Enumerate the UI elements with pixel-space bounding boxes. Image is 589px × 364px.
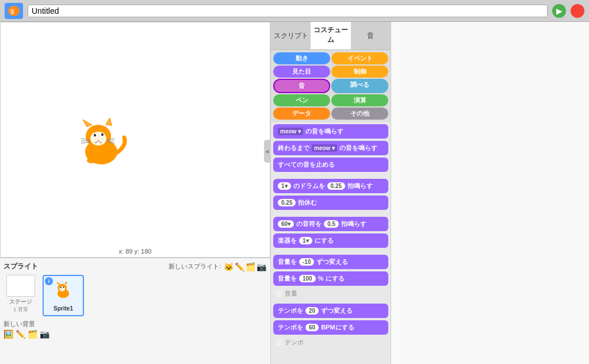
sprite-cat-thumbnail: [52, 280, 75, 305]
block-change-tempo-label2: ずつ変える: [321, 306, 353, 315]
block-tempo-variable: テンポ: [273, 337, 388, 348]
stage-thumbnail: ステージ 1 背景: [3, 275, 38, 316]
block-tempo-bpm-label: BPMにする: [321, 323, 354, 332]
tab-sound[interactable]: 音: [351, 22, 391, 49]
volume-label: 音量: [285, 289, 297, 298]
block-instrument-val[interactable]: 1▾: [299, 237, 312, 244]
block-drum[interactable]: 1▾ のドラムを 0.25 拍鳴らす: [273, 179, 388, 193]
block-change-tempo-label: テンポを: [278, 306, 303, 315]
separator3: [273, 250, 388, 255]
stage-thumb-box: [6, 275, 35, 297]
block-change-volume[interactable]: 音量を -10 ずつ変える: [273, 255, 388, 269]
green-flag-button[interactable]: ▶: [552, 4, 566, 18]
sprite1-name: Sprite1: [53, 305, 73, 312]
cat-operators[interactable]: 演算: [331, 94, 388, 106]
block-play-sound-until-done[interactable]: 終わるまで meow ▾ の音を鳴らす: [273, 141, 388, 155]
sprite-info-icon[interactable]: i: [45, 277, 53, 285]
scratch-logo: S: [5, 3, 23, 19]
block-note-beats[interactable]: 0.5: [324, 220, 339, 228]
block-play-sound-label: の音を鳴らす: [305, 127, 343, 136]
block-drum-beats[interactable]: 0.25: [327, 182, 345, 190]
backdrop-icon-row: 🖼️ ✏️ 🗂️ 📷: [3, 329, 267, 339]
stage-resize-handle[interactable]: ◀: [264, 140, 270, 163]
new-sprite-label: 新しいスプライト:: [169, 262, 221, 271]
volume-checkbox[interactable]: [276, 290, 282, 297]
cat-sensing[interactable]: 調べる: [331, 79, 388, 93]
block-tempo-change-val[interactable]: 20: [305, 307, 319, 315]
cat-motion[interactable]: 動き: [273, 52, 330, 64]
block-change-volume-label: 音量を: [278, 258, 297, 266]
left-panel: x: 89 y: 180 ◀ スプライト 新しいスプライト: 🐱 ✏️ 🗂️ 📷: [0, 22, 270, 364]
sprite-cat: [70, 114, 133, 179]
block-set-volume[interactable]: 音量を 100 % にする: [273, 271, 388, 286]
block-tempo-set-val[interactable]: 60: [305, 324, 319, 331]
block-sound-dropdown2[interactable]: meow ▾: [312, 144, 337, 152]
new-sprite-controls: 新しいスプライト: 🐱 ✏️ 🗂️ 📷: [169, 262, 267, 271]
new-backdrop-label: 新しい背景: [3, 320, 267, 328]
backdrop-camera-icon[interactable]: 📷: [40, 329, 49, 339]
block-instrument-label: 楽器を: [278, 236, 297, 245]
svg-text:S: S: [10, 9, 14, 15]
svg-point-28: [63, 286, 64, 288]
cat-looks[interactable]: 見た目: [273, 66, 330, 78]
backdrop-paint-icon[interactable]: 🖼️: [3, 329, 13, 339]
tempo-checkbox[interactable]: [276, 339, 282, 346]
blocks-panel: スクリプト コスチューム 音 動き イベント 見た目 制御 音 調べる ペン 演…: [270, 22, 391, 364]
stage: x: 89 y: 180 ◀: [0, 22, 270, 258]
stop-button[interactable]: [571, 4, 584, 18]
stage-sublabel: 1 背景: [13, 306, 28, 313]
project-title-input[interactable]: [28, 5, 548, 17]
new-backdrop-section: 新しい背景 🖼️ ✏️ 🗂️ 📷: [3, 320, 267, 339]
block-note-val[interactable]: 60▾: [278, 220, 294, 228]
tab-costume[interactable]: コスチューム: [311, 22, 350, 49]
block-drum-val[interactable]: 1▾: [278, 182, 291, 190]
separator1: [273, 174, 388, 179]
block-note-label: の音符を: [296, 220, 322, 228]
tab-script[interactable]: スクリプト: [271, 22, 311, 49]
svg-point-12: [101, 133, 104, 136]
cat-pen[interactable]: ペン: [273, 94, 330, 106]
sprite-panel: スプライト 新しいスプライト: 🐱 ✏️ 🗂️ 📷 ステージ 1 背景: [0, 258, 270, 364]
cat-sound[interactable]: 音: [273, 79, 330, 93]
block-volume-set-val[interactable]: 100: [299, 275, 316, 282]
block-change-volume-label2: ずつ変える: [316, 258, 348, 266]
block-rest-val[interactable]: 0.25: [278, 199, 296, 206]
block-volume-change-val[interactable]: -10: [299, 258, 314, 266]
block-set-tempo[interactable]: テンポを 60 BPMにする: [273, 320, 388, 335]
cat-events[interactable]: イベント: [331, 52, 388, 64]
sprite-panel-header: スプライト 新しいスプライト: 🐱 ✏️ 🗂️ 📷: [3, 262, 267, 271]
sprite-area: ステージ 1 背景 i: [3, 275, 267, 316]
block-sound-dropdown[interactable]: meow ▾: [278, 128, 303, 135]
paint-sprite-button[interactable]: 🐱: [224, 262, 234, 271]
block-drum-label: のドラムを: [293, 182, 325, 190]
block-rest[interactable]: 0.25 拍休む: [273, 196, 388, 210]
upload-sprite-button[interactable]: ✏️: [235, 262, 244, 271]
cat-more[interactable]: その他: [331, 108, 388, 120]
tabs-row: スクリプト コスチューム 音: [271, 22, 391, 50]
sprite-panel-title: スプライト: [3, 262, 38, 271]
stage-thumb-label: ステージ: [9, 298, 32, 306]
top-bar: S ▶: [0, 0, 589, 22]
block-stop-all-label: すべての音を止める: [278, 160, 335, 169]
backdrop-folder-icon[interactable]: 🗂️: [28, 329, 37, 339]
sprite1-card[interactable]: i Sprite1: [43, 275, 84, 316]
separator4: [273, 299, 388, 304]
block-note[interactable]: 60▾ の音符を 0.5 拍鳴らす: [273, 217, 388, 231]
cat-control[interactable]: 制御: [331, 66, 388, 78]
block-set-volume-label: 音量を: [278, 274, 297, 283]
camera-sprite-button[interactable]: 📷: [257, 262, 266, 271]
block-change-tempo[interactable]: テンポを 20 ずつ変える: [273, 304, 388, 318]
block-play-sound[interactable]: meow ▾ の音を鳴らす: [273, 124, 388, 139]
backdrop-pencil-icon[interactable]: ✏️: [16, 329, 25, 339]
cat-data[interactable]: データ: [273, 108, 330, 120]
tempo-label: テンポ: [285, 338, 304, 347]
block-until-label: 終わるまで: [278, 144, 309, 152]
block-stop-all-sounds[interactable]: すべての音を止める: [273, 158, 388, 172]
file-sprite-button[interactable]: 🗂️: [246, 262, 255, 271]
svg-point-21: [87, 158, 96, 163]
svg-point-10: [94, 134, 96, 137]
stage-coords: x: 89 y: 180: [119, 248, 152, 255]
block-instrument[interactable]: 楽器を 1▾ にする: [273, 233, 388, 248]
block-note-label2: 拍鳴らす: [341, 220, 366, 228]
svg-point-26: [59, 286, 65, 291]
